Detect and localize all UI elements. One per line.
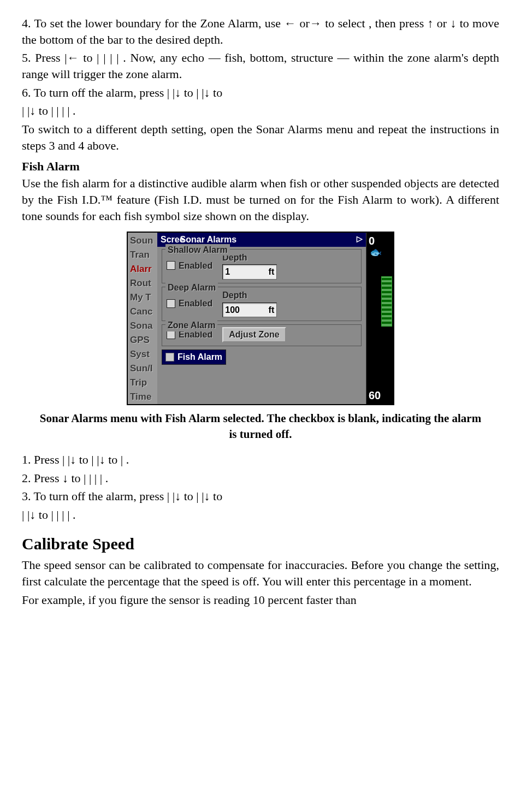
deep-legend: Deep Alarm xyxy=(165,282,218,294)
depth-bar-icon xyxy=(381,276,392,327)
switch-note: To switch to a different depth setting, … xyxy=(22,121,499,153)
step-3-line1: 3. To turn off the alarm, press | |↓ to … xyxy=(22,488,499,505)
shallow-legend: Shallow Alarm xyxy=(165,244,230,256)
fish-alarm-checkbox[interactable]: Fish Alarm xyxy=(162,349,226,365)
step-6-line1: 6. To turn off the alarm, press | |↓ to … xyxy=(22,85,499,101)
depth-label: Depth xyxy=(222,252,277,264)
calibrate-p2: For example, if you figure the sensor is… xyxy=(22,592,499,608)
fish-alarm-heading: Fish Alarm xyxy=(22,158,499,175)
checkbox-icon xyxy=(167,330,175,339)
deep-depth-input[interactable]: 100 ft xyxy=(222,303,277,318)
checkbox-icon xyxy=(167,299,175,308)
shallow-enabled-checkbox[interactable]: Enabled xyxy=(167,260,212,272)
side-item: Rout xyxy=(130,276,155,291)
step-4: 4. To set the lower boundary for the Zon… xyxy=(22,15,499,48)
side-item: Time xyxy=(130,390,155,404)
dialog-main: Scree Sonar Alarms ▷ Shallow Alarm Enabl… xyxy=(157,233,366,368)
calibrate-speed-heading: Calibrate Speed xyxy=(22,533,499,555)
checkbox-icon xyxy=(165,353,174,361)
fish-icon: 🐟 xyxy=(370,246,382,259)
figure-caption: Sonar Alarms menu with Fish Alarm select… xyxy=(37,411,484,442)
checkbox-icon xyxy=(167,261,175,270)
deep-alarm-group: Deep Alarm Enabled Depth 100 ft xyxy=(162,287,362,321)
zone-legend: Zone Alarm xyxy=(165,319,217,331)
figure-wrap: Soun Tran Alarr Rout My T Canc Sona GPS … xyxy=(22,232,499,405)
side-item: Sun/I xyxy=(130,361,155,376)
side-item: Soun xyxy=(130,234,155,248)
depth-value: 1 xyxy=(225,266,230,278)
side-item: Syst xyxy=(130,347,155,361)
enabled-label: Enabled xyxy=(179,260,212,272)
zone-alarm-group: Zone Alarm Enabled Adjust Zone xyxy=(162,324,362,346)
side-item: Canc xyxy=(130,305,155,319)
side-item: Trip xyxy=(130,376,155,390)
calibrate-p1: The speed sensor can be calibrated to co… xyxy=(22,557,499,589)
step-1: 1. Press | |↓ to | |↓ to | . xyxy=(22,452,499,468)
depth-unit: ft xyxy=(269,266,275,278)
step-3-line2: | |↓ to | | | | . xyxy=(22,507,499,523)
fish-alarm-label: Fish Alarm xyxy=(177,351,222,363)
side-item-selected: Alarr xyxy=(130,262,155,276)
adjust-zone-button[interactable]: Adjust Zone xyxy=(222,327,286,342)
enabled-label: Enabled xyxy=(179,298,212,310)
fish-alarm-body: Use the fish alarm for a distinctive aud… xyxy=(22,175,499,224)
side-item: My T xyxy=(130,291,155,305)
depth-unit: ft xyxy=(269,304,275,316)
shallow-depth-input[interactable]: 1 ft xyxy=(222,264,277,280)
side-menu: Soun Tran Alarr Rout My T Canc Sona GPS … xyxy=(128,233,157,404)
step-5: 5. Press |← to | | | | . Now, any echo —… xyxy=(22,50,499,82)
sonar-column: 0 🐟 60 xyxy=(366,233,393,404)
right-arrow-icon: ▷ xyxy=(357,234,363,246)
side-item: Tran xyxy=(130,248,155,262)
side-item: GPS xyxy=(130,333,155,347)
shallow-alarm-group: Shallow Alarm Enabled Depth 1 ft xyxy=(162,249,362,283)
depth-label: Depth xyxy=(222,289,277,301)
side-item: Sona xyxy=(130,319,155,333)
sonar-alarms-screenshot: Soun Tran Alarr Rout My T Canc Sona GPS … xyxy=(127,232,394,405)
step-2: 2. Press ↓ to | | | | . xyxy=(22,470,499,487)
depth-value: 100 xyxy=(225,304,240,316)
scale-bottom: 60 xyxy=(369,388,381,403)
deep-enabled-checkbox[interactable]: Enabled xyxy=(167,298,212,310)
step-6-line2: | |↓ to | | | | . xyxy=(22,103,499,119)
